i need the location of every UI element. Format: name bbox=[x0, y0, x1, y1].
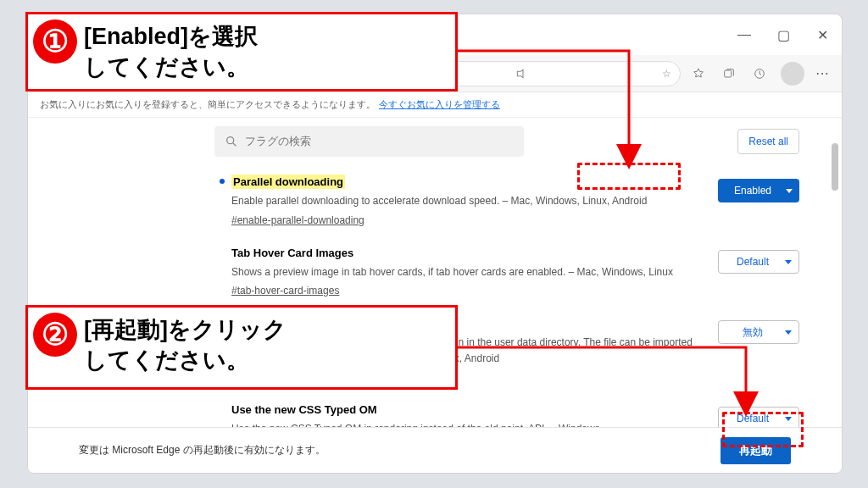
svg-rect-0 bbox=[725, 70, 732, 77]
favorites-button[interactable] bbox=[686, 61, 711, 86]
annotation-text-2: [再起動]をクリック してください。 bbox=[82, 308, 295, 385]
favorites-hint-bar: お気に入りにお気に入りを登録すると、簡単にアクセスできるようになります。 今すぐ… bbox=[28, 92, 842, 118]
annotation-callout-1: ① [Enabled]を選択 してください。 bbox=[25, 12, 458, 92]
collections-icon bbox=[722, 67, 736, 80]
flag-state-dropdown[interactable]: Enabled bbox=[718, 179, 799, 202]
svg-point-2 bbox=[227, 137, 234, 144]
favorites-hint-link[interactable]: 今すぐお気に入りを管理する bbox=[379, 98, 500, 111]
favorite-icon bbox=[692, 67, 705, 80]
search-icon bbox=[225, 135, 238, 148]
annotation-number-2: ② bbox=[33, 313, 77, 357]
search-placeholder: フラグの検索 bbox=[245, 134, 311, 149]
clock-icon bbox=[753, 67, 766, 80]
collections-button[interactable] bbox=[716, 61, 742, 86]
flag-title: Tab Hover Card Images bbox=[231, 247, 353, 259]
flag-state-value: Default bbox=[737, 256, 769, 268]
scrollbar-thumb[interactable] bbox=[832, 143, 838, 191]
restart-bar: 変更は Microsoft Edge の再起動後に有効になります。 再起動 bbox=[28, 427, 842, 473]
annotation-text-1: [Enabled]を選択 してください。 bbox=[82, 14, 266, 92]
flag-anchor-link[interactable]: #enable-parallel-downloading bbox=[231, 214, 364, 226]
read-aloud-icon bbox=[515, 67, 528, 80]
flag-title: Use the new CSS Typed OM bbox=[231, 403, 377, 416]
favorites-hint-text: お気に入りにお気に入りを登録すると、簡単にアクセスできるようになります。 bbox=[40, 98, 376, 111]
flag-row: Tab Hover Card ImagesShows a preview ima… bbox=[231, 240, 799, 311]
read-aloud-button[interactable] bbox=[509, 61, 534, 86]
reset-all-button[interactable]: Reset all bbox=[737, 129, 799, 154]
annotation-callout-2: ② [再起動]をクリック してください。 bbox=[25, 305, 458, 390]
history-button[interactable] bbox=[747, 61, 772, 86]
flag-row: Parallel downloadingEnable parallel down… bbox=[231, 169, 799, 240]
flag-description: Enable parallel downloading to accelerat… bbox=[231, 193, 706, 209]
flag-title: Parallel downloading bbox=[231, 175, 345, 189]
annotation-focus-enabled bbox=[577, 163, 681, 190]
window-controls: — ▢ ✕ bbox=[725, 14, 842, 55]
scrollbar[interactable] bbox=[830, 118, 840, 473]
restart-note: 変更は Microsoft Edge の再起動後に有効になります。 bbox=[79, 443, 326, 458]
search-row: フラグの検索 Reset all bbox=[28, 118, 842, 157]
annotation-number-1: ① bbox=[33, 19, 77, 64]
flag-modified-dot-icon bbox=[220, 179, 225, 184]
window-close-button[interactable]: ✕ bbox=[803, 14, 842, 55]
flags-search-input[interactable]: フラグの検索 bbox=[214, 126, 524, 157]
flag-state-value: 無効 bbox=[743, 325, 763, 340]
flag-state-dropdown[interactable]: Default bbox=[718, 250, 799, 274]
favorite-star-icon[interactable]: ☆ bbox=[662, 68, 671, 80]
annotation-focus-restart bbox=[722, 412, 804, 447]
flag-description: Shows a preview image in tab hover cards… bbox=[231, 264, 706, 280]
page-content: フラグの検索 Reset all Parallel downloadingEna… bbox=[28, 118, 842, 473]
window-maximize-button[interactable]: ▢ bbox=[764, 14, 803, 55]
flag-anchor-link[interactable]: #tab-hover-card-images bbox=[231, 285, 339, 297]
flag-state-dropdown[interactable]: 無効 bbox=[718, 320, 799, 344]
window-minimize-button[interactable]: — bbox=[725, 14, 764, 55]
flag-state-value: Enabled bbox=[734, 185, 771, 197]
profile-avatar[interactable] bbox=[781, 62, 804, 86]
more-button[interactable]: ⋯ bbox=[810, 61, 835, 86]
